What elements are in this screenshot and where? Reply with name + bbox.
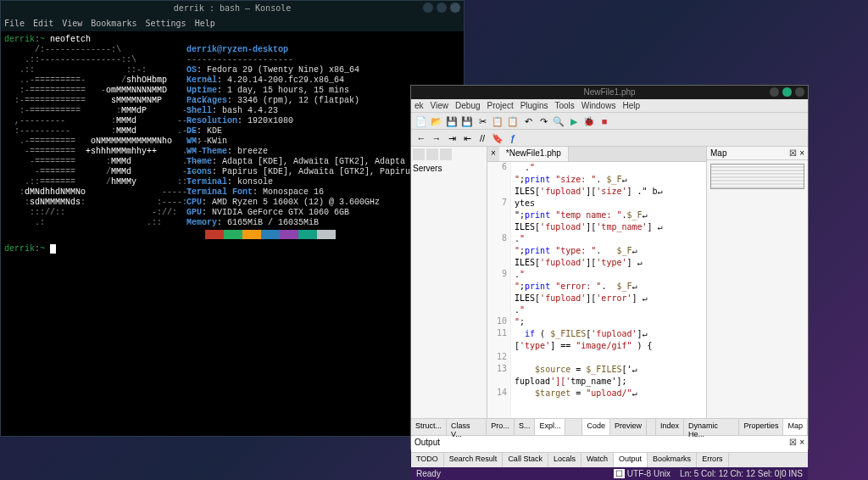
terminal-window: derrik : bash — Konsole File Edit View B…	[0, 0, 465, 437]
menu-project[interactable]: Project	[487, 99, 514, 112]
function-icon[interactable]: ƒ	[506, 131, 520, 145]
minimap[interactable]	[710, 164, 804, 189]
tab-s[interactable]: S...	[515, 419, 536, 435]
undo-icon[interactable]: ↶	[521, 114, 535, 128]
prompt-cmd: neofetch	[50, 35, 91, 45]
ide-toolbar-2: ← → ⇥ ⇤ // 🔖 ƒ	[411, 130, 808, 147]
menu-file[interactable]: File	[4, 16, 25, 31]
terminal-body[interactable]: derrik:~ neofetch /:-------------:\derri…	[1, 31, 464, 258]
cursor-icon	[50, 244, 56, 254]
debug-icon[interactable]: 🐞	[582, 114, 596, 128]
panel-close-icon[interactable]: ☒ ×	[789, 148, 804, 158]
panel-tabs: Struct... Class V... Pro... S... Expl...…	[411, 418, 808, 435]
ide-statusbar: Ready ☐ UTF-8 Unix Ln: 5 Col: 12 Ch: 12 …	[411, 467, 808, 480]
ide-window: NewFile1.php ek View Debug Project Plugi…	[410, 85, 809, 449]
ide-title: NewFile1.php	[583, 87, 635, 97]
ide-menubar: ek View Debug Project Plugins Tools Wind…	[411, 99, 808, 113]
encoding-indicator[interactable]: ☐	[614, 469, 625, 478]
close-icon[interactable]	[795, 87, 804, 97]
code-lines[interactable]: .""; print "size: ". $_F↵ILES['fupload']…	[511, 162, 663, 418]
menu-settings[interactable]: Settings	[145, 16, 186, 31]
tab-output[interactable]: Output	[614, 453, 648, 467]
outdent-icon[interactable]: ⇤	[460, 131, 474, 145]
tab-index[interactable]: Index	[656, 419, 684, 435]
maximize-icon[interactable]	[437, 3, 447, 13]
stop-icon[interactable]: ■	[598, 114, 611, 128]
menu-help[interactable]: Help	[195, 16, 215, 31]
new-file-icon[interactable]: 📄	[415, 114, 428, 128]
tab-search-result[interactable]: Search Result	[444, 453, 504, 467]
panel-close-icon[interactable]: ☒ ×	[789, 438, 804, 450]
search-icon[interactable]: 🔍	[552, 114, 565, 128]
ide-toolbar-1: 📄 📂 💾 💾 ✂ 📋 📋 ↶ ↷ 🔍 ▶ 🐞 ■	[411, 113, 808, 130]
tab-dynhelp[interactable]: Dynamic He...	[684, 419, 739, 435]
tree-refresh-icon[interactable]	[426, 148, 438, 160]
sidebar-item-servers[interactable]: Servers	[413, 164, 485, 173]
tab-properties[interactable]: Properties	[739, 419, 783, 435]
tab-todo[interactable]: TODO	[411, 453, 444, 467]
minimize-icon[interactable]	[770, 87, 779, 97]
maximize-icon[interactable]	[782, 87, 792, 97]
tab-locals[interactable]: Locals	[548, 453, 581, 467]
cut-icon[interactable]: ✂	[476, 114, 489, 128]
open-icon[interactable]: 📂	[430, 114, 443, 128]
tab-watch[interactable]: Watch	[581, 453, 614, 467]
menu-edit[interactable]: Edit	[33, 16, 53, 31]
ide-sidebar[interactable]: Servers	[411, 147, 487, 418]
comment-icon[interactable]: //	[476, 131, 489, 145]
back-icon[interactable]: ←	[415, 131, 428, 145]
status-position: Ln: 5 Col: 12 Ch: 12 Sel: 0|0 INS	[680, 469, 803, 478]
tree-collapse-icon[interactable]	[413, 148, 425, 160]
tab-classview[interactable]: Class V...	[447, 419, 487, 435]
forward-icon[interactable]: →	[430, 131, 443, 145]
tab-bookmarks[interactable]: Bookmarks	[648, 453, 697, 467]
prompt-user: derrik	[4, 35, 35, 45]
tab-project[interactable]: Pro...	[487, 419, 515, 435]
ide-map-panel: Map ☒ ×	[706, 147, 808, 418]
copy-icon[interactable]: 📋	[491, 114, 504, 128]
save-icon[interactable]: 💾	[445, 114, 459, 128]
menu-debug[interactable]: Debug	[455, 99, 480, 112]
menu-ek[interactable]: ek	[415, 99, 424, 112]
menu-help[interactable]: Help	[622, 99, 640, 112]
tab-close-icon[interactable]: ×	[487, 147, 499, 161]
status-encoding: UTF-8 Unix	[627, 469, 670, 478]
map-label: Map	[710, 148, 726, 158]
redo-icon[interactable]: ↷	[537, 114, 550, 128]
tab-callstack[interactable]: Call Stack	[503, 453, 548, 467]
menu-plugins[interactable]: Plugins	[520, 99, 548, 112]
tab-structure[interactable]: Struct...	[411, 419, 447, 435]
output-panel: Output ☒ ×	[411, 435, 808, 452]
indent-icon[interactable]: ⇥	[445, 131, 459, 145]
minimize-icon[interactable]	[423, 3, 433, 13]
tab-preview[interactable]: Preview	[610, 419, 647, 435]
tab-code[interactable]: Code	[582, 419, 610, 435]
save-all-icon[interactable]: 💾	[460, 114, 474, 128]
terminal-menubar: File Edit View Bookmarks Settings Help	[1, 16, 464, 31]
run-icon[interactable]: ▶	[567, 114, 581, 128]
menu-view[interactable]: View	[431, 99, 449, 112]
terminal-titlebar[interactable]: derrik : bash — Konsole	[1, 1, 464, 16]
tab-errors[interactable]: Errors	[697, 453, 729, 467]
ide-titlebar[interactable]: NewFile1.php	[411, 86, 808, 99]
menu-tools[interactable]: Tools	[554, 99, 574, 112]
menu-windows[interactable]: Windows	[581, 99, 616, 112]
ide-editor: × *NewFile1.php 67891011121314 .""; prin…	[487, 147, 706, 418]
close-icon[interactable]	[450, 3, 460, 13]
menu-bookmarks[interactable]: Bookmarks	[91, 16, 136, 31]
bookmark-icon[interactable]: 🔖	[491, 131, 504, 145]
output-label: Output	[415, 438, 440, 450]
status-ready: Ready	[416, 467, 441, 480]
tab-map[interactable]: Map	[783, 419, 808, 435]
paste-icon[interactable]: 📋	[506, 114, 520, 128]
prompt-user-2: derrik	[4, 244, 35, 254]
editor-tabbar: × *NewFile1.php	[487, 147, 706, 162]
menu-view[interactable]: View	[62, 16, 82, 31]
terminal-title: derrik : bash — Konsole	[174, 3, 291, 13]
bottom-tabs: TODO Search Result Call Stack Locals Wat…	[411, 452, 808, 467]
tab-explorer[interactable]: Expl...	[535, 419, 565, 435]
code-area[interactable]: 67891011121314 .""; print "size: ". $_F↵…	[487, 162, 706, 418]
gutter: 67891011121314	[487, 162, 511, 418]
tree-sync-icon[interactable]	[440, 148, 452, 160]
editor-tab[interactable]: *NewFile1.php	[499, 147, 569, 161]
